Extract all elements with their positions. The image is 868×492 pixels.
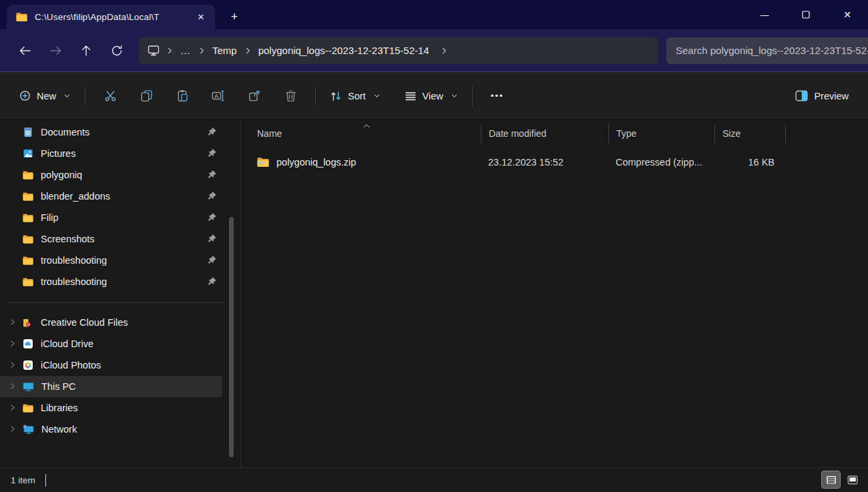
file-list-pane: Name Date modified Type Size polygoniq_l… xyxy=(241,120,868,467)
view-button[interactable]: View xyxy=(397,84,465,108)
new-tab-button[interactable]: + xyxy=(223,5,246,28)
copy-button[interactable] xyxy=(132,83,161,109)
chevron-down-icon xyxy=(373,92,381,99)
sidebar-item-creative-cloud-files[interactable]: Creative Cloud Files xyxy=(0,312,222,333)
up-arrow-icon xyxy=(81,45,91,57)
delete-button[interactable] xyxy=(276,83,305,109)
toolbar-divider xyxy=(85,86,85,106)
maximize-button[interactable] xyxy=(785,0,827,29)
chevron-right-icon xyxy=(198,47,206,55)
details-view-toggle[interactable] xyxy=(822,471,840,488)
preview-button[interactable]: Preview xyxy=(788,84,856,107)
command-toolbar: New A Sort View xyxy=(0,72,868,120)
up-button[interactable] xyxy=(71,37,101,64)
sort-button[interactable]: Sort xyxy=(322,84,388,108)
sidebar-scrollbar[interactable] xyxy=(229,217,234,457)
column-header-label: Type xyxy=(616,128,636,139)
preview-pane-icon xyxy=(795,90,808,101)
status-bar: 1 item xyxy=(0,467,868,492)
column-header-date-modified[interactable]: Date modified xyxy=(481,124,608,144)
plus-circle-icon xyxy=(19,90,31,101)
folder-icon xyxy=(23,213,33,223)
sidebar-item-label: Filip xyxy=(41,212,59,223)
sort-ascending-icon xyxy=(363,120,371,131)
sidebar-item-icloud-drive[interactable]: iCloud Drive xyxy=(0,333,222,354)
sidebar-item-label: This PC xyxy=(41,381,76,392)
pin-icon xyxy=(208,255,217,266)
large-icons-view-icon xyxy=(847,475,858,485)
view-button-label: View xyxy=(423,91,443,101)
toolbar-divider xyxy=(472,86,473,106)
folder-icon xyxy=(23,192,33,202)
close-button[interactable]: ✕ xyxy=(827,0,868,29)
chevron-right-icon[interactable] xyxy=(8,360,17,371)
column-header-name[interactable]: Name xyxy=(241,124,481,144)
share-button[interactable] xyxy=(240,83,269,109)
chevron-right-icon xyxy=(440,47,448,55)
pin-icon xyxy=(208,148,217,160)
chevron-right-icon[interactable] xyxy=(8,425,17,435)
sort-icon xyxy=(330,90,342,102)
column-header-label: Name xyxy=(257,128,282,139)
breadcrumb-item-temp[interactable]: Temp xyxy=(207,42,242,59)
breadcrumb-item-current[interactable]: polygoniq_logs--2023-12-23T15-52-14 xyxy=(253,42,435,59)
this-pc-crumb-icon[interactable] xyxy=(147,45,160,57)
sidebar-item-label: Screenshots xyxy=(41,234,95,244)
share-icon xyxy=(248,89,261,102)
explorer-tab[interactable]: C:\Users\filip\AppData\Local\T ✕ xyxy=(7,5,215,29)
forward-arrow-icon xyxy=(49,45,62,56)
cut-button[interactable] xyxy=(95,83,125,109)
sidebar-item-this-pc[interactable]: This PC xyxy=(0,376,222,397)
sidebar-item-label: blender_addons xyxy=(41,191,110,202)
navigation-pane: Documents Pictures polygoniq blender_add… xyxy=(0,120,241,467)
sidebar-item-troubleshooting-2[interactable]: troubleshooting xyxy=(0,271,222,292)
minimize-button[interactable]: — xyxy=(744,0,785,29)
sidebar-item-label: troubleshooting xyxy=(41,276,107,287)
folder-icon xyxy=(23,256,33,266)
pictures-icon xyxy=(23,148,33,159)
large-icons-view-toggle[interactable] xyxy=(843,471,861,488)
sidebar-item-icloud-photos[interactable]: iCloud Photos xyxy=(0,354,222,376)
forward-button[interactable] xyxy=(40,37,71,64)
pin-icon xyxy=(208,212,217,224)
sidebar-item-filip[interactable]: Filip xyxy=(0,207,222,228)
tab-close-button[interactable]: ✕ xyxy=(192,9,210,26)
see-more-button[interactable]: ••• xyxy=(483,83,512,109)
sidebar-item-libraries[interactable]: Libraries xyxy=(0,397,222,419)
rename-button[interactable]: A xyxy=(204,83,233,109)
folder-icon xyxy=(23,277,33,287)
sidebar-item-pictures[interactable]: Pictures xyxy=(0,143,222,164)
file-size-cell: 16 KB xyxy=(714,157,786,168)
sidebar-item-polygoniq[interactable]: polygoniq xyxy=(0,164,222,186)
chevron-right-icon[interactable] xyxy=(8,339,17,350)
paste-button[interactable] xyxy=(168,83,197,109)
chevron-right-icon xyxy=(166,47,174,55)
chevron-right-icon[interactable] xyxy=(8,403,17,414)
network-icon xyxy=(23,425,34,435)
documents-icon xyxy=(23,127,33,138)
column-header-label: Date modified xyxy=(489,128,546,139)
breadcrumb-overflow[interactable]: … xyxy=(175,42,196,59)
column-header-type[interactable]: Type xyxy=(608,124,714,144)
chevron-right-icon[interactable] xyxy=(8,318,17,328)
sidebar-item-documents[interactable]: Documents xyxy=(0,121,222,143)
pin-icon xyxy=(208,276,217,288)
sidebar-item-troubleshooting-1[interactable]: troubleshooting xyxy=(0,250,222,271)
window-controls: — ✕ xyxy=(744,0,868,29)
file-row-polygoniq-logs-zip[interactable]: polygoniq_logs.zip 23.12.2023 15:52 Comp… xyxy=(241,151,868,174)
chevron-right-icon[interactable] xyxy=(8,382,17,393)
sidebar-item-label: Network xyxy=(41,424,77,435)
sidebar-item-network[interactable]: Network xyxy=(0,419,222,440)
refresh-button[interactable] xyxy=(101,37,132,64)
back-button[interactable] xyxy=(9,37,40,64)
search-input[interactable] xyxy=(676,45,868,56)
sidebar-item-label: Documents xyxy=(41,127,89,138)
tab-title: C:\Users\filip\AppData\Local\T xyxy=(35,12,185,22)
new-button[interactable]: New xyxy=(12,84,78,107)
trash-icon xyxy=(284,89,297,102)
sidebar-item-screenshots[interactable]: Screenshots xyxy=(0,228,222,250)
sidebar-item-blender-addons[interactable]: blender_addons xyxy=(0,186,222,207)
sidebar-item-label: iCloud Drive xyxy=(41,338,93,349)
column-header-size[interactable]: Size xyxy=(714,124,786,144)
maximize-icon xyxy=(802,11,810,19)
